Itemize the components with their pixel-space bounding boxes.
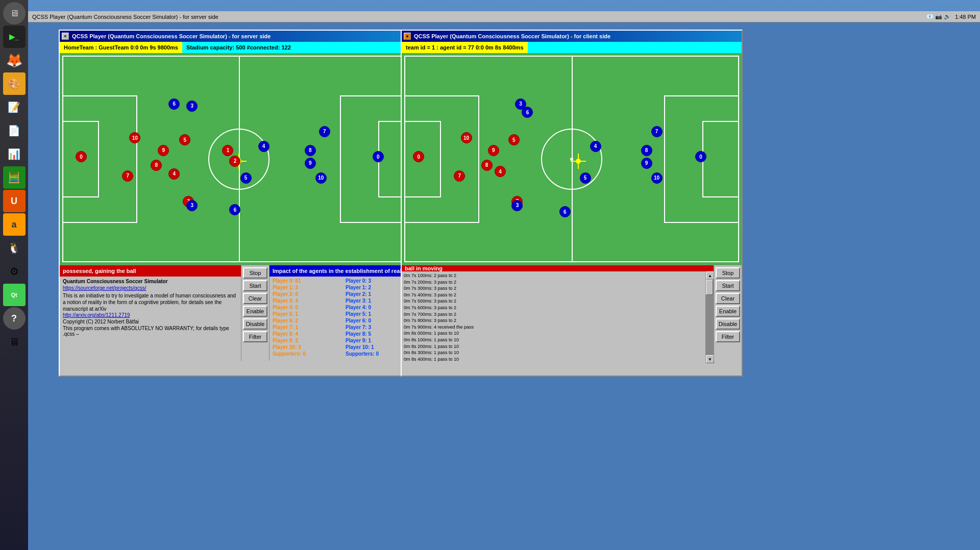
server-status-right: Stadium capacity: 500 #connected: 122 bbox=[182, 42, 418, 53]
client-player-home-4: 4 bbox=[495, 166, 506, 177]
player-guest-3-top: 3 bbox=[186, 101, 198, 112]
client-player-guest-5: 5 bbox=[580, 172, 591, 184]
server-filter-button[interactable]: Filter bbox=[243, 331, 267, 342]
player-home-2: 2 bbox=[229, 156, 240, 167]
player-home-10: 10 bbox=[129, 132, 140, 143]
client-player-guest-8: 8 bbox=[641, 145, 652, 156]
server-start-button[interactable]: Start bbox=[243, 280, 267, 291]
client-enable-button[interactable]: Enable bbox=[716, 306, 740, 317]
client-status-bar: team id = 1 : agent id = 77 0:0 0m 8s 84… bbox=[402, 42, 742, 53]
taskbar-icon-calc[interactable]: 🧮 bbox=[3, 166, 26, 189]
taskbar-icon-help[interactable]: ? bbox=[3, 307, 26, 330]
client-stop-button[interactable]: Stop bbox=[716, 267, 740, 279]
server-status-bar: HomeTeam : GuestTeam 0:0 0m 9s 9800ms St… bbox=[60, 42, 418, 53]
taskbar-icon-paint[interactable]: 🎨 bbox=[3, 72, 26, 95]
server-link2[interactable]: http://arxiv.org/abs/1211.2719 bbox=[63, 312, 238, 318]
taskbar-icon-display[interactable]: 🖥 bbox=[3, 331, 26, 353]
log-entry-4: 0m 7s 500ms: 3 pass to 2 bbox=[404, 298, 703, 305]
taskbar-icon-firefox[interactable]: 🦊 bbox=[3, 49, 26, 71]
scroll-track[interactable] bbox=[706, 280, 714, 355]
client-ball-dot bbox=[576, 159, 581, 164]
client-field: 0 9 8 10 4 5 7 3 4 8 9 7 5 3 6 3 6 10 bbox=[402, 53, 742, 265]
log-entry-12: 0m 8s 300ms: 1 pass to 10 bbox=[404, 349, 703, 356]
server-status-left: HomeTeam : GuestTeam 0:0 0m 9s 9800ms bbox=[60, 42, 182, 53]
client-disable-button[interactable]: Disable bbox=[716, 318, 740, 330]
screen-title: QCSS Player (Quantum Consciousness Socce… bbox=[32, 14, 218, 20]
player-guest-0: 0 bbox=[373, 151, 384, 162]
server-window-title: × QCSS Player (Quantum Consciousness Soc… bbox=[60, 31, 418, 42]
taskbar: 🖥 ▶_ 🦊 🎨 📝 📄 📊 🧮 U a 🐧 ⚙ Qt ? 🖥 bbox=[0, 0, 28, 550]
player-guest-3-bot: 3 bbox=[186, 200, 198, 211]
client-start-button[interactable]: Start bbox=[716, 280, 740, 291]
client-filter-button[interactable]: Filter bbox=[716, 331, 740, 342]
stat-row-9-left: Player 9: 2 bbox=[271, 337, 344, 344]
server-clear-button[interactable]: Clear bbox=[243, 293, 267, 304]
server-stop-button[interactable]: Stop bbox=[243, 267, 267, 279]
scroll-up-button[interactable]: ▲ bbox=[706, 271, 714, 280]
server-status-label: possessed, gaining the ball bbox=[60, 265, 241, 277]
player-home-8: 8 bbox=[151, 160, 162, 171]
server-field: 0 9 8 10 4 5 7 3 1 2 0 8 9 7 5 4 3 bbox=[60, 53, 418, 265]
client-clear-button[interactable]: Clear bbox=[716, 293, 740, 304]
player-guest-8: 8 bbox=[305, 145, 316, 156]
taskbar-icon-ubuntu[interactable]: 🐧 bbox=[3, 237, 26, 259]
taskbar-icon-terminal[interactable]: ▶_ bbox=[3, 26, 26, 48]
player-home-4: 4 bbox=[168, 168, 180, 180]
client-player-guest-0: 0 bbox=[695, 151, 706, 162]
taskbar-icon-spreadsheet[interactable]: 📊 bbox=[3, 143, 26, 165]
server-info-panel: possessed, gaining the ball Quantum Cons… bbox=[60, 265, 241, 361]
stat-row-8-left: Player 8: 4 bbox=[271, 331, 344, 337]
player-guest-7: 7 bbox=[319, 126, 330, 137]
log-entry-3: 0m 7s 400ms: 3 pass to 2 bbox=[404, 292, 703, 298]
taskbar-icon-text[interactable]: 📝 bbox=[3, 96, 26, 118]
server-stats-label: Impact of the agents in the establishmen… bbox=[270, 265, 418, 277]
stat-row-5-left: Player 5: 1 bbox=[271, 311, 344, 317]
client-player-home-8: 8 bbox=[481, 160, 493, 171]
titlebar-icons: 📧 📷 🔊 bbox=[926, 13, 951, 20]
client-player-guest-4: 4 bbox=[590, 141, 601, 152]
log-entry-0: 0m 7s 100ms: 2 pass to 2 bbox=[404, 272, 703, 279]
log-entry-10: 0m 8s 100ms: 1 pass to 10 bbox=[404, 337, 703, 343]
server-link1[interactable]: https://sourceforge.net/projects/qcss/ bbox=[63, 285, 238, 291]
player-guest-6-bot: 6 bbox=[229, 204, 240, 215]
player-home-0: 0 bbox=[76, 151, 87, 162]
player-guest-4: 4 bbox=[258, 141, 270, 152]
client-player-guest-7: 7 bbox=[651, 126, 663, 137]
client-status-left: team id = 1 : agent id = 77 0:0 0m 8s 84… bbox=[402, 42, 528, 53]
taskbar-icon-system[interactable]: 🖥 bbox=[3, 2, 26, 24]
client-center-dot bbox=[570, 158, 573, 161]
client-title-text: QCSS Player (Quantum Consciousness Socce… bbox=[414, 33, 610, 39]
taskbar-icon-qt[interactable]: Qt bbox=[3, 284, 26, 306]
client-player-home-9: 9 bbox=[488, 145, 499, 156]
server-warranty: This program comes with ABSOLUTELY NO WA… bbox=[63, 326, 238, 337]
log-entry-5: 0m 7s 600ms: 3 pass to 2 bbox=[404, 305, 703, 311]
player-home-1: 1 bbox=[222, 145, 233, 156]
client-close-button[interactable]: ● bbox=[404, 33, 411, 40]
client-status-right bbox=[528, 42, 742, 53]
main-content: QCSS Player (Quantum Consciousness Socce… bbox=[28, 11, 980, 550]
log-entry-1: 0m 7s 200ms: 3 pass to 2 bbox=[404, 279, 703, 286]
server-stats-table: Player 0: 61 Player 0: 3 Player 1: 3 Pla… bbox=[271, 278, 416, 357]
scroll-thumb[interactable] bbox=[706, 280, 713, 295]
taskbar-icon-u[interactable]: U bbox=[3, 190, 26, 212]
taskbar-icon-files[interactable]: 📄 bbox=[3, 119, 26, 142]
log-entry-9: 0m 8s 000ms: 1 pass to 10 bbox=[404, 330, 703, 337]
titlebar-right: 📧 📷 🔊 1:48 PM bbox=[926, 13, 976, 20]
scroll-down-button[interactable]: ▼ bbox=[706, 355, 714, 363]
taskbar-icon-settings[interactable]: ⚙ bbox=[3, 260, 26, 283]
stat-row-4-left: Player 4: 0 bbox=[271, 304, 344, 311]
player-guest-9: 9 bbox=[305, 158, 316, 169]
client-window-title: ● QCSS Player (Quantum Consciousness Soc… bbox=[402, 31, 742, 42]
server-enable-button[interactable]: Enable bbox=[243, 306, 267, 317]
server-close-button[interactable]: × bbox=[62, 33, 69, 40]
stat-row-0-left: Player 0: 61 bbox=[271, 278, 344, 284]
player-home-7: 7 bbox=[122, 170, 133, 182]
client-log-content: 0m 7s 100ms: 2 pass to 2 0m 7s 200ms: 3 … bbox=[402, 271, 705, 363]
client-player-guest-10: 10 bbox=[651, 172, 663, 184]
taskbar-icon-amazon[interactable]: a bbox=[3, 213, 26, 236]
client-player-home-5: 5 bbox=[508, 134, 520, 145]
server-controls: Stop Start Clear Enable Disable Filter bbox=[241, 265, 269, 361]
client-player-guest-3-bot: 3 bbox=[511, 200, 523, 211]
server-disable-button[interactable]: Disable bbox=[243, 318, 267, 330]
client-scrollbar[interactable]: ▲ ▼ bbox=[705, 271, 714, 363]
